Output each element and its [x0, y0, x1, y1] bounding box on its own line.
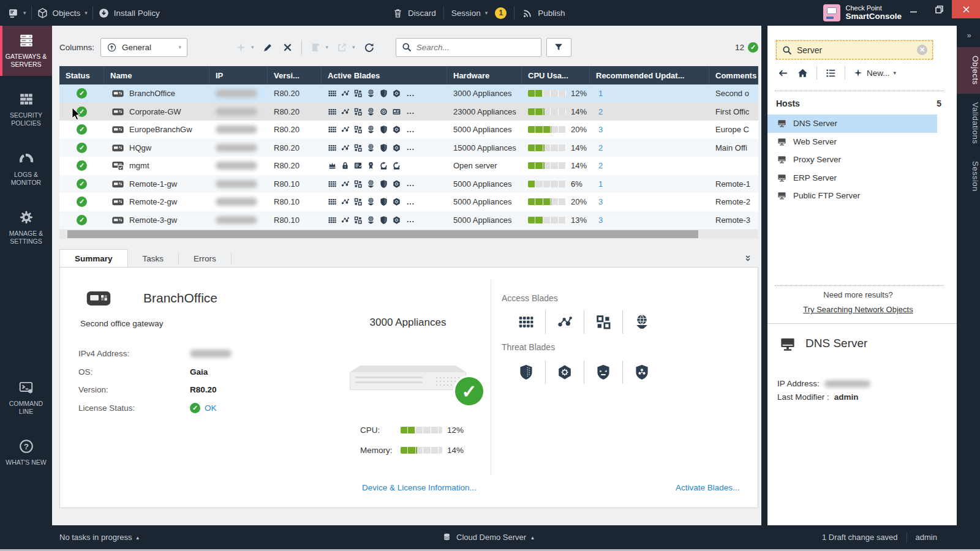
install-policy-label: Install Policy [114, 9, 160, 18]
column-header-cpu-usa-[interactable]: CPU Usa... [522, 66, 590, 84]
scripts-button[interactable]: ▾ [310, 42, 329, 53]
filter-button[interactable] [546, 38, 571, 57]
cpu-usage-bar [528, 198, 566, 205]
sidebar-item-label: MANAGE & SETTINGS [2, 230, 50, 246]
new-object-button[interactable]: New... ▾ [853, 68, 896, 78]
column-header-versi-[interactable]: Versi... [268, 66, 322, 84]
table-row[interactable]: Remote-2-gwR80.10...5000 Appliances20%3R… [59, 193, 758, 211]
recommended-updates-cell[interactable]: 1 [590, 175, 709, 193]
actions-export-button[interactable]: ▾ [336, 42, 355, 53]
restore-button[interactable] [926, 0, 952, 18]
session-menu-button[interactable]: Session▾ [451, 9, 488, 18]
host-monitor-icon [778, 335, 797, 353]
gateway-name: HQgw [129, 143, 151, 152]
host-list-item[interactable]: Proxy Server [767, 151, 937, 169]
recommended-updates-cell[interactable]: 2 [590, 103, 709, 121]
new-gateway-button[interactable]: ▾ [235, 42, 254, 53]
search-network-objects-link[interactable]: Try Searching Network Objects [767, 305, 949, 314]
table-row[interactable]: Remote-3-gwR80.10...5000 Appliances13%3R… [59, 211, 758, 230]
list-view-icon[interactable] [825, 67, 837, 79]
refresh-icon[interactable] [363, 42, 375, 53]
table-row[interactable]: mgmtR80.20Open server14%2 [59, 157, 758, 175]
tab-errors[interactable]: Errors [179, 250, 231, 268]
comment-cell: Remote-3 [709, 211, 758, 230]
squares-blade-icon [595, 313, 612, 331]
back-arrow-icon[interactable] [777, 67, 789, 79]
server-status-button[interactable]: Cloud Demo Server ▴ [442, 533, 534, 542]
main-menu-button[interactable]: ▾ [7, 7, 26, 19]
clear-search-icon[interactable]: ✕ [917, 45, 927, 55]
edit-pencil-icon[interactable] [262, 42, 274, 53]
last-modifier-value: admin [834, 392, 859, 402]
table-search-input[interactable] [417, 43, 527, 52]
gateway-icon [111, 214, 124, 227]
recommended-updates-cell[interactable]: 3 [590, 193, 709, 211]
close-button[interactable] [952, 0, 980, 18]
device-license-link[interactable]: Device & License Information... [362, 483, 477, 492]
activate-blades-link[interactable]: Activate Blades... [676, 483, 739, 492]
more-blades-ellipsis: ... [407, 107, 415, 116]
column-header-recommended-updat-[interactable]: Recommended Updat... [590, 66, 709, 84]
table-row[interactable]: Corporate-GWR80.20...23000 Appliances14%… [59, 103, 758, 121]
recommended-updates-cell[interactable]: 1 [590, 84, 709, 103]
side-tab-session[interactable]: Session [957, 152, 980, 200]
table-row[interactable]: HQgwR80.20...15000 Appliances14%2Main Of… [59, 139, 758, 157]
shield-blade [507, 364, 545, 381]
session-changes-badge[interactable]: 1 [495, 7, 507, 19]
column-header-name[interactable]: Name [104, 66, 209, 84]
objects-menu-button[interactable]: Objects▾ [37, 7, 88, 19]
more-blades-ellipsis: ... [407, 198, 415, 206]
sidebar-item-gateways-servers[interactable]: GATEWAYS & SERVERS [0, 26, 52, 76]
column-header-ip[interactable]: IP [209, 66, 268, 84]
mgmt-icon [111, 159, 124, 172]
sidebar-item-what-s-new[interactable]: WHAT'S NEW [0, 432, 52, 474]
recommended-updates-cell[interactable]: 3 [590, 121, 709, 139]
host-list-item[interactable]: Web Server [767, 133, 937, 151]
threat-blades-label: Threat Blades [502, 342, 555, 352]
column-header-active-blades[interactable]: Active Blades [322, 66, 447, 84]
tasks-status-button[interactable]: No tasks in progress ▴ [59, 533, 139, 542]
recommended-updates-cell[interactable]: 2 [590, 139, 709, 157]
host-list-item[interactable]: ERP Server [767, 169, 937, 187]
side-tab-objects[interactable]: Objects [957, 47, 980, 94]
sidebar-item-logs-monitor[interactable]: LOGS & MONITOR [0, 144, 52, 194]
install-policy-button[interactable]: Install Policy [98, 7, 160, 19]
columns-profile-dropdown[interactable]: General ▾ [100, 38, 187, 57]
cluster-blade-icon [341, 179, 350, 189]
tab-tasks[interactable]: Tasks [128, 250, 179, 268]
tab-summary[interactable]: Summary [59, 249, 128, 268]
sidebar-item-manage-settings[interactable]: MANAGE & SETTINGS [0, 203, 52, 253]
column-header-hardware[interactable]: Hardware [447, 66, 522, 84]
sidebar-item-security-policies[interactable]: SECURITY POLICIES [0, 84, 52, 135]
collapse-panel-icon[interactable] [744, 254, 752, 263]
table-row[interactable]: Remote-1-gwR80.10...5000 Appliances6%1Re… [59, 175, 758, 193]
sidebar-item-command-line[interactable]: COMMAND LINE [0, 373, 52, 423]
column-header-status[interactable]: Status [59, 66, 104, 84]
hardware-cell: 5000 Appliances [447, 121, 522, 139]
table-search-box[interactable] [396, 38, 541, 57]
objects-search-box[interactable]: ✕ [776, 40, 933, 59]
publish-button[interactable]: Publish [522, 7, 565, 19]
recommended-updates-cell[interactable]: 2 [590, 157, 709, 175]
minimize-button[interactable] [900, 0, 926, 18]
discard-button[interactable]: Discard [392, 7, 436, 19]
ip-cell [209, 103, 268, 121]
host-name: Proxy Server [793, 155, 841, 164]
column-header-comments[interactable]: Comments [709, 66, 758, 84]
host-list-item[interactable]: Public FTP Server [767, 187, 937, 205]
table-row[interactable]: BranchOfficeR80.20...3000 Appliances12%1… [59, 84, 758, 103]
objects-search-input[interactable] [797, 45, 904, 55]
horizontal-scrollbar[interactable] [59, 230, 758, 239]
scrollbar-thumb[interactable] [67, 230, 698, 238]
collapse-panel-icon[interactable]: » [957, 31, 980, 40]
result-count-value: 12 [735, 43, 744, 52]
more-blades-ellipsis: ... [407, 216, 415, 224]
host-list-item[interactable]: DNS Server [767, 114, 937, 133]
side-tab-validations[interactable]: Validations [957, 94, 980, 152]
home-icon[interactable] [797, 67, 809, 79]
virus-blade-icon [556, 364, 573, 381]
table-row[interactable]: EuropeBranchGwR80.20...5000 Appliances20… [59, 121, 758, 139]
delete-x-icon[interactable] [282, 42, 293, 53]
recommended-updates-cell[interactable]: 3 [590, 211, 709, 230]
status-ok-icon [77, 124, 87, 135]
